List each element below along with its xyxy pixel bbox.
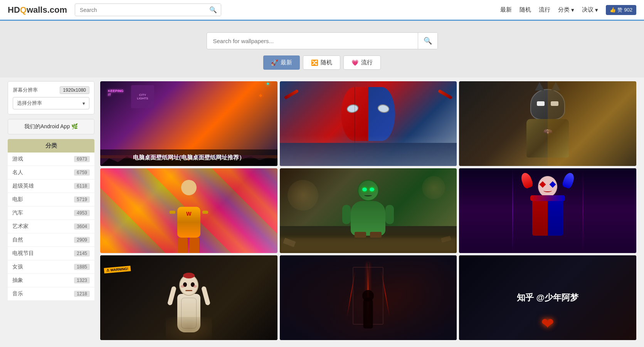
categories-title: 分类	[8, 139, 94, 153]
resolution-badge: 1920x1080	[60, 86, 89, 94]
zhihu-text-overlay: 知乎 @少年阿梦	[459, 255, 636, 340]
tab-random[interactable]: 🔀 随机	[303, 55, 340, 70]
hero-tabs: 🚀 最新 🔀 随机 💗 流行	[263, 55, 381, 70]
nav-latest[interactable]: 最新	[500, 6, 512, 13]
category-item[interactable]: 女孩1885	[8, 260, 94, 274]
category-item[interactable]: 电视节目2145	[8, 247, 94, 260]
category-name: 超级英雄	[12, 183, 34, 189]
category-name: 汽车	[12, 210, 23, 216]
nav-trending[interactable]: 流行	[539, 6, 550, 13]
category-name: 游戏	[12, 156, 23, 163]
category-item[interactable]: 超级英雄6118	[8, 179, 94, 193]
android-app-button[interactable]: 我们的Android App 🌿	[8, 119, 94, 134]
gallery-item-wonderwoman[interactable]: W	[100, 168, 277, 253]
gallery-item-annabelle[interactable]: ⚠ WARNING!	[100, 255, 277, 340]
nav-random[interactable]: 随机	[520, 6, 531, 13]
category-name: 电影	[12, 196, 23, 203]
gallery-item-darkroom[interactable]	[280, 255, 457, 340]
nav-resolution-dropdown[interactable]: 决议 ▾	[582, 6, 598, 13]
thumbs-up-icon: 👍	[610, 7, 616, 13]
gallery-item-harleyquinn[interactable]	[459, 168, 636, 253]
nav-categories-dropdown[interactable]: 分类 ▾	[558, 6, 574, 13]
category-item[interactable]: 音乐1218	[8, 287, 94, 301]
header-search-box: 🔍	[75, 3, 221, 16]
tab-latest[interactable]: 🚀 最新	[263, 55, 300, 70]
category-item[interactable]: 艺术家3604	[8, 220, 94, 233]
sidebar: 屏幕分辨率 1920x1080 选择分辨率 ▾ 我们的Android App 🌿…	[8, 81, 100, 340]
categories-list: 游戏6973名人6759超级英雄6118电影5719汽车4953艺术家3604自…	[8, 153, 94, 301]
gallery-item-spiderman[interactable]	[280, 81, 457, 166]
category-count: 2909	[74, 237, 90, 243]
hero-search-box: 🔍	[207, 32, 438, 49]
tab-trending[interactable]: 💗 流行	[343, 55, 381, 70]
gallery: KEEPINGIT CITYLIGHTS ★ ◆ 电脑桌面壁纸网址(电脑桌面壁纸…	[100, 81, 636, 340]
hero-section: 🔍 🚀 最新 🔀 随机 💗 流行	[0, 21, 644, 77]
category-name: 电视节目	[12, 250, 34, 257]
category-name: 音乐	[12, 290, 23, 297]
gallery-overlay-text: 电脑桌面壁纸网址(电脑桌面壁纸网址推荐）	[100, 149, 277, 166]
category-item[interactable]: 名人6759	[8, 166, 94, 179]
gallery-item-cyberpunk[interactable]: KEEPINGIT CITYLIGHTS ★ ◆ 电脑桌面壁纸网址(电脑桌面壁纸…	[100, 81, 277, 166]
category-name: 名人	[12, 169, 23, 176]
header-search-input[interactable]	[75, 5, 205, 15]
category-name: 抽象	[12, 277, 23, 284]
gallery-item-hulk[interactable]	[280, 168, 457, 253]
header: HDQwalls.com 🔍 最新 随机 流行 分类 ▾ 决议 ▾ 👍 赞 90…	[0, 0, 644, 21]
rocket-icon: 🚀	[271, 59, 278, 66]
category-item[interactable]: 自然2909	[8, 233, 94, 247]
hero-search-input[interactable]	[207, 34, 418, 48]
category-count: 1885	[74, 264, 90, 270]
hero-search-button[interactable]: 🔍	[418, 33, 437, 49]
resolution-label: 屏幕分辨率	[13, 87, 38, 94]
category-count: 6759	[74, 169, 90, 176]
category-count: 6118	[74, 183, 90, 189]
category-item[interactable]: 抽象1323	[8, 274, 94, 287]
category-count: 5719	[74, 196, 90, 203]
main-content: 屏幕分辨率 1920x1080 选择分辨率 ▾ 我们的Android App 🌿…	[0, 77, 644, 344]
category-count: 1323	[74, 277, 90, 283]
dropdown-arrow-icon-2: ▾	[595, 7, 598, 13]
category-name: 女孩	[12, 263, 23, 270]
category-item[interactable]: 汽车4953	[8, 206, 94, 220]
dropdown-arrow-icon: ▾	[571, 7, 574, 13]
gallery-item-batman[interactable]: 🦇	[459, 81, 636, 166]
category-item[interactable]: 电影5719	[8, 193, 94, 206]
category-count: 3604	[74, 223, 90, 230]
header-nav: 最新 随机 流行 分类 ▾ 决议 ▾ 👍 赞 902	[500, 5, 636, 15]
gallery-grid: KEEPINGIT CITYLIGHTS ★ ◆ 电脑桌面壁纸网址(电脑桌面壁纸…	[100, 81, 636, 340]
heart-icon: 💗	[351, 59, 359, 66]
resolution-select[interactable]: 选择分辨率 ▾	[13, 97, 89, 109]
category-count: 6973	[74, 156, 90, 162]
header-search-button[interactable]: 🔍	[205, 4, 221, 16]
category-name: 自然	[12, 236, 23, 243]
category-item[interactable]: 游戏6973	[8, 153, 94, 166]
category-count: 1218	[74, 291, 90, 297]
shuffle-icon: 🔀	[311, 59, 318, 66]
categories-section: 分类 游戏6973名人6759超级英雄6118电影5719汽车4953艺术家36…	[8, 139, 94, 301]
category-name: 艺术家	[12, 223, 29, 230]
resolution-row: 屏幕分辨率 1920x1080	[13, 86, 89, 94]
category-count: 2145	[74, 250, 90, 256]
gallery-item-zhihu[interactable]: ❤ 知乎 @少年阿梦	[459, 255, 636, 340]
site-logo[interactable]: HDQwalls.com	[8, 5, 67, 15]
resolution-section: 屏幕分辨率 1920x1080 选择分辨率 ▾	[8, 81, 94, 114]
fb-like-button[interactable]: 👍 赞 902	[606, 5, 636, 15]
category-count: 4953	[74, 210, 90, 216]
chevron-down-icon: ▾	[82, 101, 85, 106]
